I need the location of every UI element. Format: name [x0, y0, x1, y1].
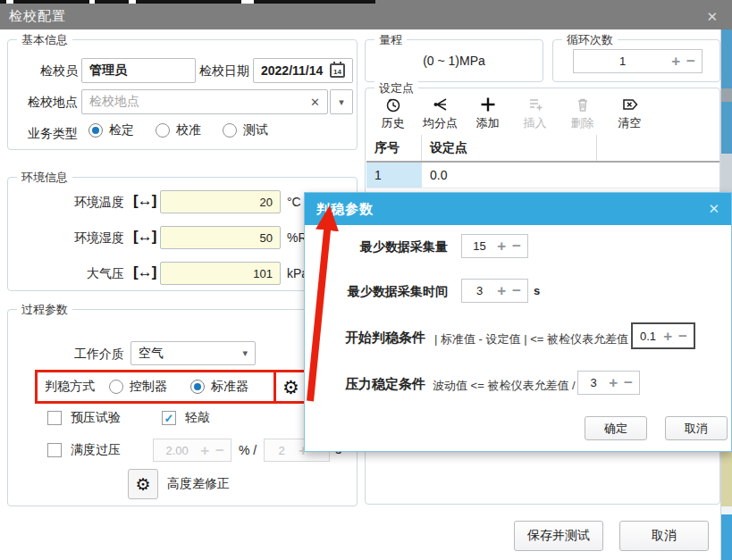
env-temp-input[interactable]: 20: [160, 190, 281, 213]
basic-info-legend: 基本信息: [17, 32, 72, 48]
gear-icon: ⚙: [282, 378, 299, 397]
row-value-cell[interactable]: 0.0: [422, 163, 597, 188]
plus-icon[interactable]: +: [200, 443, 209, 458]
minus-icon[interactable]: −: [624, 375, 633, 390]
setpoints-table-header: 序号 设定点: [366, 135, 719, 163]
inspector-input[interactable]: 管理员: [81, 58, 196, 83]
min-time-label: 最少数据采集时间: [305, 284, 448, 300]
toolbar-label: 添加: [476, 115, 500, 131]
basic-info-group: 基本信息 检校员 管理员 检校日期 2022/11/14 14 检校地点 检校地…: [7, 39, 358, 150]
date-input[interactable]: 2022/11/14 14: [253, 58, 353, 83]
split-points-button[interactable]: 均分点: [418, 96, 462, 131]
min-time-spinner[interactable]: 3 + −: [461, 279, 528, 303]
radio-dot: [109, 380, 123, 394]
business-type-label: 业务类型: [8, 126, 78, 142]
start-condition-label: 开始判稳条件: [305, 330, 425, 347]
dialog-ok-button[interactable]: 确定: [585, 416, 647, 440]
plus-icon[interactable]: +: [497, 283, 506, 298]
radio-ceshi[interactable]: 测试: [223, 122, 268, 138]
minus-icon[interactable]: −: [512, 283, 521, 298]
radio-standard[interactable]: 标准器: [190, 379, 248, 395]
delete-icon: [573, 96, 593, 113]
cancel-button[interactable]: 取消: [619, 521, 709, 551]
stability-dialog-close-icon[interactable]: ✕: [708, 201, 719, 217]
minus-icon[interactable]: −: [686, 54, 695, 69]
overpressure-time: 2: [271, 444, 292, 457]
calendar-icon[interactable]: 14: [330, 63, 345, 78]
range-set-icon[interactable]: [↔]: [133, 263, 156, 281]
clear-icon: [620, 96, 640, 113]
location-dropdown-button[interactable]: ▾: [330, 89, 353, 114]
stable-condition-value: 3: [585, 376, 602, 389]
medium-select[interactable]: 空气 ▾: [130, 341, 256, 365]
cycles-legend: 循环次数: [562, 32, 618, 48]
range-set-icon[interactable]: [↔]: [133, 228, 156, 246]
env-hum-input[interactable]: 50: [160, 226, 281, 249]
radio-jianding[interactable]: 检定: [88, 122, 134, 138]
overpressure-value-spinner[interactable]: 2.00 + −: [153, 439, 231, 462]
background-app-sliver: [721, 506, 732, 514]
add-button[interactable]: 添加: [466, 96, 509, 131]
history-icon: [383, 96, 403, 113]
toolbar-label: 插入: [524, 115, 547, 131]
env-hum-value: 50: [260, 231, 273, 245]
setpoint-row[interactable]: 1 0.0: [366, 163, 719, 188]
save-and-test-button[interactable]: 保存并测试: [514, 521, 603, 551]
height-correction-gear-button[interactable]: ⚙: [128, 469, 158, 499]
env-hum-label: 环境湿度: [8, 230, 124, 247]
tap-checkbox[interactable]: ✓: [162, 411, 176, 425]
row-index-cell[interactable]: 1: [366, 163, 422, 188]
range-group: 量程 (0 ~ 1)MPa: [365, 39, 543, 82]
range-value: (0 ~ 1)MPa: [423, 54, 485, 68]
minus-icon[interactable]: −: [678, 329, 687, 344]
dialog-cancel-button[interactable]: 取消: [665, 416, 728, 440]
clear-button[interactable]: 清空: [608, 96, 652, 131]
stability-dialog-titlebar: 判稳参数 ✕: [305, 193, 731, 225]
env-temp-label: 环境温度: [8, 195, 124, 211]
env-temp-unit: °C: [287, 195, 301, 209]
tap-label: 轻敲: [185, 410, 210, 426]
main-dialog-title: 检校配置: [9, 8, 66, 25]
screen: 检校配置 ✕ 基本信息 检校员 管理员 检校日期 2022/11/14 14 检…: [0, 0, 732, 560]
history-button[interactable]: 历史: [371, 96, 415, 131]
range-set-icon[interactable]: [↔]: [133, 192, 156, 210]
cancel-label: 取消: [652, 528, 677, 544]
env-info-legend: 环境信息: [17, 170, 72, 186]
stability-params-dialog: 判稳参数 ✕ 最少数据采集量 15 + − 最少数据采集时间 3 + − s 开…: [304, 192, 732, 452]
radio-controller[interactable]: 控制器: [109, 379, 167, 395]
overpressure-label: 满度过压: [71, 442, 121, 458]
minus-icon[interactable]: −: [215, 443, 224, 458]
column-header-setpoint[interactable]: 设定点: [422, 135, 597, 161]
start-condition-spinner[interactable]: 0.1 + −: [631, 322, 695, 349]
setpoints-legend: 设定点: [374, 80, 418, 96]
stable-condition-label: 压力稳定条件: [305, 376, 425, 393]
pretest-label: 预压试验: [71, 410, 121, 426]
toolbar-label: 历史: [382, 115, 405, 131]
radio-label: 检定: [109, 122, 134, 138]
overpressure-sep: % /: [239, 443, 257, 457]
location-input[interactable]: 检校地点 ✕: [81, 89, 328, 114]
pretest-checkbox[interactable]: [47, 411, 62, 425]
height-correction-label: 高度差修正: [167, 476, 230, 492]
minus-icon[interactable]: −: [512, 238, 521, 254]
overpressure-checkbox[interactable]: [47, 443, 62, 457]
plus-icon[interactable]: +: [609, 375, 618, 390]
radio-jiaozhun[interactable]: 校准: [156, 122, 201, 138]
env-press-value: 101: [253, 267, 273, 280]
stable-condition-formula: 波动值 <= 被检仪表允差值 /: [433, 378, 576, 394]
toolbar-label: 删除: [571, 115, 594, 131]
env-press-input[interactable]: 101: [160, 262, 281, 285]
min-samples-spinner[interactable]: 15 + −: [461, 234, 528, 258]
background-app-sliver: [721, 102, 732, 154]
main-dialog-close-icon[interactable]: ✕: [706, 9, 723, 25]
save-and-test-label: 保存并测试: [527, 528, 590, 544]
cycles-spinner[interactable]: 1 + −: [573, 49, 703, 73]
column-header-index[interactable]: 序号: [366, 135, 422, 161]
stability-settings-gear-button[interactable]: ⚙: [273, 372, 306, 401]
plus-icon[interactable]: +: [671, 54, 680, 69]
location-clear-icon[interactable]: ✕: [310, 96, 320, 109]
stable-condition-spinner[interactable]: 3 + −: [577, 371, 640, 395]
plus-icon[interactable]: +: [663, 329, 672, 344]
plus-icon[interactable]: +: [497, 238, 506, 254]
radio-label: 标准器: [211, 379, 248, 395]
